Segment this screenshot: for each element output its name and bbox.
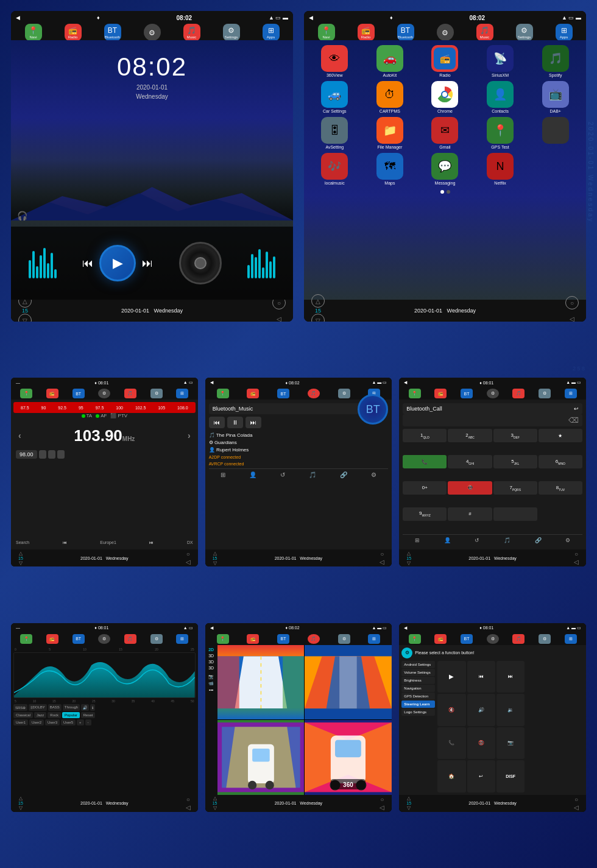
app-contacts[interactable]: 👤Contacts xyxy=(475,81,526,113)
ctrl-back[interactable]: ↩ xyxy=(467,760,495,792)
nav-music-7[interactable]: 🎵 xyxy=(308,634,320,644)
setting-navigation[interactable]: Navigation xyxy=(401,685,435,692)
down-7[interactable]: ▽ xyxy=(213,805,217,811)
nav-cam-5[interactable]: ⚙ xyxy=(487,389,499,398)
eq-preset-user3[interactable]: User3 xyxy=(45,719,60,725)
nav-navi-3[interactable]: 📍 xyxy=(20,389,32,398)
app-avsetting[interactable]: 🎛AvSetting xyxy=(309,117,361,149)
eq-remove[interactable]: - xyxy=(85,719,91,725)
setting-steering[interactable]: Steering Learn xyxy=(401,700,435,708)
app-localmusic[interactable]: 🎶localmusic xyxy=(309,153,361,185)
setting-gps[interactable]: GPS Detection xyxy=(401,693,435,700)
key-3[interactable]: 3DEF xyxy=(493,429,537,442)
nav-apps-8[interactable]: ⊞ xyxy=(565,634,577,644)
eq-preset-user2[interactable]: User2 xyxy=(29,719,44,725)
next-station[interactable]: ⏭ xyxy=(149,540,154,545)
down-5[interactable]: ▽ xyxy=(407,560,411,566)
app-maps[interactable]: 🗺Maps xyxy=(364,153,416,185)
back-6[interactable]: ◁ xyxy=(186,804,191,811)
bt-prev[interactable]: ⏮ xyxy=(209,417,225,428)
nav-navi-1[interactable]: 📍Navi xyxy=(25,24,42,41)
ctrl-vol-up[interactable]: 🔊 xyxy=(467,694,495,726)
nav-music-1[interactable]: 🎵Music xyxy=(183,24,200,41)
nav-music-3[interactable]: 🎵 xyxy=(124,389,136,398)
nav-settings-4[interactable]: ⚙ xyxy=(338,389,350,398)
eq-preset-jazz[interactable]: Jazz xyxy=(34,712,46,718)
nav-bt-7[interactable]: BT xyxy=(277,634,289,644)
up-btn-2[interactable]: △ xyxy=(311,294,325,308)
play-btn[interactable]: ▶ xyxy=(99,245,136,281)
eq-preset-rock[interactable]: Rock xyxy=(48,712,61,718)
nav-music-2[interactable]: 🎵Music xyxy=(476,24,493,41)
eq-preset-reset[interactable]: Reset xyxy=(81,712,96,718)
app-cartpms[interactable]: ⏱CARTPMS xyxy=(364,81,416,113)
app-radio[interactable]: 📻Radio xyxy=(419,45,471,77)
eq-preset-user5[interactable]: User5 xyxy=(61,719,76,725)
nav-navi-6[interactable]: 📍 xyxy=(20,634,32,644)
camera-icon-sv[interactable]: 📷 xyxy=(208,674,214,679)
ctrl-mute[interactable]: 🔇 xyxy=(437,694,465,726)
up-3[interactable]: △ xyxy=(19,551,23,556)
up-5[interactable]: △ xyxy=(407,551,411,556)
eq-preset-popular[interactable]: Popular xyxy=(62,712,80,718)
nav-radio-5[interactable]: 📻 xyxy=(434,389,447,398)
nav-settings-3[interactable]: ⚙ xyxy=(150,389,163,398)
key-hash[interactable]: # xyxy=(448,507,492,521)
nav-bt-3[interactable]: BT xyxy=(72,389,85,398)
nav-apps-1[interactable]: ⊞Apps xyxy=(263,24,280,41)
mode-3d-3[interactable]: 3D xyxy=(208,666,214,670)
nav-radio-8[interactable]: 📻 xyxy=(434,634,447,644)
nav-navi-2[interactable]: 📍Navi xyxy=(318,24,335,41)
preset-1[interactable]: 98.00 xyxy=(16,450,37,459)
app-chrome[interactable]: Chrome xyxy=(419,81,471,113)
ctrl-disp[interactable]: DISF xyxy=(496,760,525,792)
up-7[interactable]: △ xyxy=(213,796,217,801)
home-7[interactable]: ○ xyxy=(380,796,384,803)
bt-icon-link[interactable]: 🔗 xyxy=(340,471,347,478)
back-btn-1[interactable]: ◁ xyxy=(272,312,286,322)
menu-dots[interactable]: ••• xyxy=(209,688,213,692)
eq-add[interactable]: + xyxy=(77,719,84,725)
key-end[interactable]: 📵 xyxy=(448,481,492,495)
app-autokit[interactable]: 🚗AutoKit xyxy=(364,45,416,77)
key-6[interactable]: 6MNO xyxy=(539,455,582,468)
camera-icon-2[interactable]: 📹 xyxy=(208,681,214,686)
nav-apps-6[interactable]: ⊞ xyxy=(176,634,188,644)
nav-bt-5[interactable]: BT xyxy=(461,389,473,398)
key-9[interactable]: 9WXYZ xyxy=(403,507,447,521)
home-4[interactable]: ○ xyxy=(380,551,384,557)
back-icon-4[interactable]: ◀ xyxy=(210,380,213,385)
eq-preset-classical[interactable]: Classical xyxy=(13,712,33,718)
nav-cam-6[interactable]: ⚙ xyxy=(98,634,110,644)
bt-next[interactable]: ⏭ xyxy=(246,417,261,428)
key-0plus[interactable]: 0+ xyxy=(403,481,447,495)
eq-mode-bass[interactable]: BASS xyxy=(48,704,62,711)
key-7[interactable]: 7PQRS xyxy=(493,481,537,495)
key-5[interactable]: 5JKL xyxy=(493,455,537,468)
freq-next[interactable]: › xyxy=(188,431,191,440)
search-btn[interactable]: Search xyxy=(16,540,29,545)
nav-radio-4[interactable]: 📻 xyxy=(247,389,259,398)
key-1[interactable]: 1QLD xyxy=(403,429,447,442)
up-6[interactable]: △ xyxy=(19,796,23,801)
app-carsettings[interactable]: 🚙Car Settings xyxy=(309,81,361,113)
setting-logo[interactable]: Logo Settings xyxy=(401,708,435,716)
preset-2[interactable] xyxy=(39,450,46,459)
back-icon-1[interactable]: ◀ xyxy=(16,15,20,21)
app-messaging[interactable]: 💬Messaging xyxy=(419,153,471,185)
nav-music-5[interactable]: 🎵 xyxy=(512,389,525,398)
back-icon-6[interactable]: — xyxy=(16,626,20,630)
back-8[interactable]: ◁ xyxy=(574,804,579,811)
back-4[interactable]: ◁ xyxy=(380,559,384,565)
nav-settings-8[interactable]: ⚙ xyxy=(539,634,551,644)
nav-settings-1[interactable]: ⚙Settings xyxy=(223,24,240,41)
mode-3d-1[interactable]: 3D xyxy=(208,654,214,658)
preset-4[interactable] xyxy=(57,450,65,459)
nav-bt-8[interactable]: BT xyxy=(461,634,473,644)
app-filemanager[interactable]: 📁File Manager xyxy=(364,117,416,149)
app-360view[interactable]: 👁360View xyxy=(309,45,361,77)
nav-bt-6[interactable]: BT xyxy=(72,634,85,644)
back-icon-5[interactable]: ◀ xyxy=(404,380,407,385)
bt-play[interactable]: ⏸ xyxy=(227,417,243,428)
eq-mode-dolby[interactable]: ||DOLBY xyxy=(29,704,46,711)
